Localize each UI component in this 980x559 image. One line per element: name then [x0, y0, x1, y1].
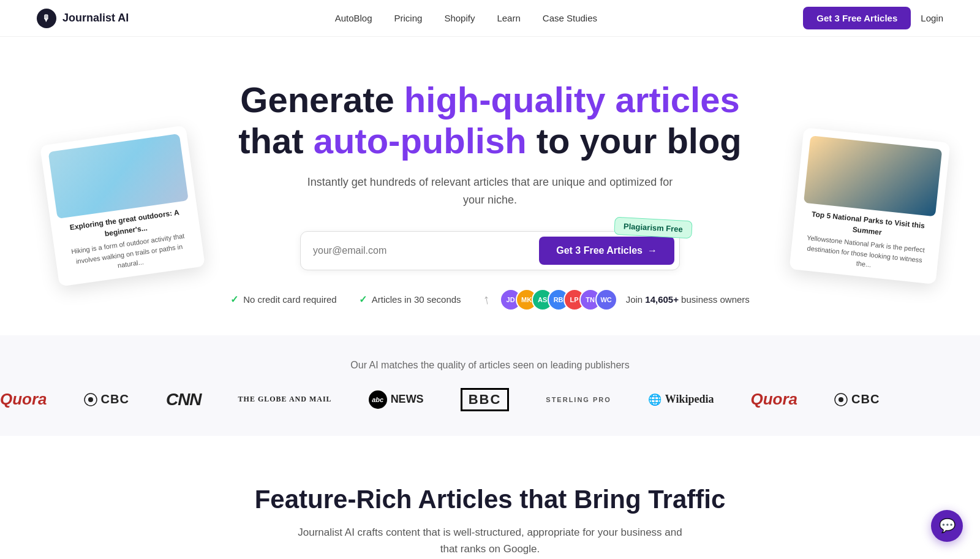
headline-accent2: auto-publish [314, 121, 527, 161]
abc-circle-icon: abc [369, 390, 387, 409]
brand-name: Journalist AI [62, 12, 129, 25]
nav-links: AutoBlog Pricing Shopify Learn Case Stud… [335, 13, 597, 24]
article-card-left: Exploring the great outdoors: A beginner… [40, 125, 205, 286]
nav-shopify[interactable]: Shopify [444, 13, 475, 23]
nav-learn[interactable]: Learn [497, 13, 520, 23]
arrow-icon: → [647, 245, 657, 256]
abc-news-label: NEWS [391, 393, 424, 406]
avatar-7: WC [595, 289, 617, 311]
scroll-arrow: ↑ [481, 291, 491, 308]
card-image-left [48, 134, 189, 219]
publisher-globe: THE GLOBE AND MAIL [238, 395, 332, 404]
publishers-section: Our AI matches the quality of articles s… [0, 335, 980, 436]
headline-part3: to your blog [527, 121, 742, 161]
publisher-cbc2: CBC [834, 392, 880, 406]
article-card-right: Top 5 National Parks to Visit this Summe… [790, 127, 951, 284]
cbc-label: CBC [101, 392, 129, 406]
publisher-abc: abc NEWS [369, 390, 424, 409]
brand-logo[interactable]: 🎙 Journalist AI [37, 9, 129, 28]
nav-autoblog[interactable]: AutoBlog [335, 13, 372, 23]
nav-login-button[interactable]: Login [921, 13, 943, 23]
join-count: 14,605+ [645, 294, 679, 305]
hero-headline: Generate high-quality articles that auto… [230, 80, 750, 161]
chat-button[interactable]: 💬 [931, 510, 963, 542]
nav-pricing[interactable]: Pricing [394, 13, 423, 23]
wiki-globe-icon: 🌐 [648, 393, 662, 406]
publisher-quora-left: Quora [0, 390, 47, 409]
trust-label-2: Articles in 30 seconds [372, 294, 461, 305]
join-suffix: business owners [679, 294, 750, 305]
feature-heading: Feature-Rich Articles that Bring Traffic [37, 485, 943, 514]
nav-cta-button[interactable]: Get 3 Free Articles [803, 7, 911, 29]
headline-part2: that [238, 121, 313, 161]
feature-body: Journalist AI crafts content that is wel… [294, 524, 686, 557]
hero-cta-label: Get 3 Free Articles [556, 245, 643, 256]
social-proof: ↑ JD MK AS RB LP TN WC Join 14,605+ busi… [483, 289, 750, 311]
headline-accent1: high-quality articles [404, 80, 740, 120]
hero-section: Exploring the great outdoors: A beginner… [0, 37, 980, 335]
publisher-wikipedia: 🌐 Wikipedia [648, 393, 714, 406]
wiki-label: Wikipedia [665, 393, 714, 406]
publisher-cbc1: CBC [84, 392, 129, 406]
join-text: Join 14,605+ business owners [626, 294, 750, 305]
publishers-scroll: Quora CBC CNN THE GLOBE AND MAIL abc NEW… [0, 388, 980, 411]
feature-section: Feature-Rich Articles that Bring Traffic… [0, 436, 980, 559]
check-icon-1: ✓ [230, 294, 238, 305]
logo-icon: 🎙 [37, 9, 56, 28]
nav-actions: Get 3 Free Articles Login [803, 7, 943, 29]
svg-point-1 [88, 397, 93, 402]
publisher-quora-right: Quora [751, 390, 798, 409]
headline-part1: Generate [240, 80, 404, 120]
hero-subtitle: Instantly get hundreds of relevant artic… [300, 173, 680, 209]
cbc-dot-icon-2 [834, 393, 848, 406]
email-input[interactable] [313, 245, 539, 256]
email-form-wrapper: Get 3 Free Articles → Plagiarism Free [300, 231, 680, 270]
trust-label-1: No credit card required [243, 294, 337, 305]
join-prefix: Join [626, 294, 646, 305]
publisher-sterling: STERLING PRO [546, 396, 611, 403]
publisher-cnn: CNN [166, 390, 202, 409]
hero-cta-button[interactable]: Get 3 Free Articles → [539, 237, 674, 265]
chat-icon: 💬 [939, 518, 956, 534]
nav-case-studies[interactable]: Case Studies [543, 13, 597, 23]
cbc2-label: CBC [851, 392, 880, 406]
check-icon-2: ✓ [359, 294, 367, 305]
svg-point-3 [839, 397, 843, 402]
trust-no-cc: ✓ No credit card required [230, 294, 337, 305]
publishers-label: Our AI matches the quality of articles s… [0, 360, 980, 371]
trust-row: ✓ No credit card required ✓ Articles in … [12, 289, 968, 311]
avatar-group: JD MK AS RB LP TN WC [500, 289, 617, 311]
email-form: Get 3 Free Articles → [300, 231, 680, 270]
card-image-right [804, 135, 942, 216]
trust-speed: ✓ Articles in 30 seconds [359, 294, 461, 305]
publisher-bbc: BBC [461, 388, 510, 411]
cbc-dot-icon [84, 393, 97, 406]
navbar: 🎙 Journalist AI AutoBlog Pricing Shopify… [0, 0, 980, 37]
